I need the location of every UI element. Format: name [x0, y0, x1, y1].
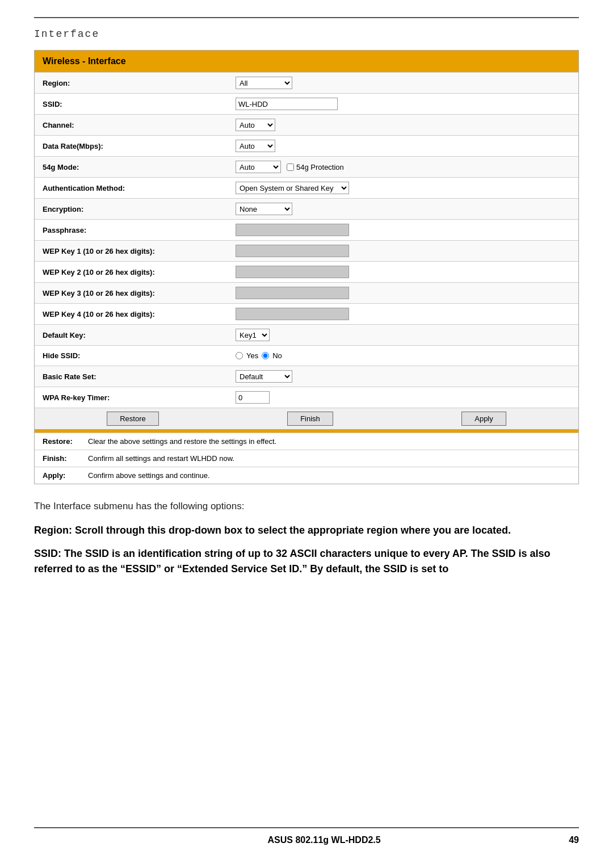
hidessid-row: Hide SSID: Yes No [35, 345, 578, 366]
finish-button[interactable]: Finish [287, 412, 333, 426]
54g-protection-checkbox[interactable] [287, 163, 294, 171]
restore-desc-label: Restore: [43, 437, 88, 446]
top-divider [34, 17, 579, 18]
channel-select[interactable]: Auto 123 611 [236, 119, 275, 131]
restore-desc-text: Clear the above settings and restore the… [88, 437, 570, 446]
finish-desc-label: Finish: [43, 454, 88, 463]
region-value: All USA Europe Japan [236, 77, 570, 89]
wireless-interface-panel: Wireless - Interface Region: All USA Eur… [34, 50, 579, 484]
ssid-label: SSID: [43, 100, 236, 108]
wepkey4-value [236, 308, 570, 320]
wireless-interface-header: Wireless - Interface [35, 51, 578, 72]
basicrateset-select[interactable]: Default All 1-2Mbps [236, 370, 292, 383]
hidessid-value: Yes No [236, 351, 570, 360]
defaultkey-value: Key1 Key2 Key3 Key4 [236, 329, 570, 341]
auth-select[interactable]: Open System or Shared Key Open System Sh… [236, 182, 349, 194]
hidessid-label: Hide SSID: [43, 351, 236, 360]
body-paragraph-1: The Interface submenu has the following … [34, 499, 579, 514]
ssid-input[interactable] [236, 98, 338, 110]
footer-page: 49 [569, 835, 579, 845]
defaultkey-row: Default Key: Key1 Key2 Key3 Key4 [35, 324, 578, 345]
body-paragraph-3: SSID: The SSID is an identification stri… [34, 546, 579, 577]
apply-desc-text: Confirm above settings and continue. [88, 471, 570, 480]
datarate-label: Data Rate(Mbps): [43, 142, 236, 150]
body-paragraph-2: Region: Scroll through this drop-down bo… [34, 523, 579, 538]
wepkey3-row: WEP Key 3 (10 or 26 hex digits): [35, 282, 578, 303]
apply-desc-row: Apply: Confirm above settings and contin… [35, 467, 578, 484]
region-body: Scroll through this drop-down box to sel… [72, 525, 511, 536]
wparekey-label: WPA Re-key Timer: [43, 393, 236, 402]
encryption-select[interactable]: None WEP TKIP AES [236, 203, 292, 215]
wepkey1-value [236, 245, 570, 257]
region-lead: Region: [34, 525, 72, 536]
footer-title: ASUS 802.11g WL-HDD2.5 [79, 835, 569, 845]
passphrase-value [236, 224, 570, 236]
defaultkey-label: Default Key: [43, 331, 236, 339]
wepkey1-input[interactable] [236, 245, 349, 257]
wparekey-row: WPA Re-key Timer: [35, 387, 578, 408]
encryption-row: Encryption: None WEP TKIP AES [35, 198, 578, 219]
ssid-row: SSID: [35, 93, 578, 114]
54gmode-label: 54g Mode: [43, 163, 236, 171]
auth-value: Open System or Shared Key Open System Sh… [236, 182, 570, 194]
finish-desc-text: Confirm all settings and restart WLHDD n… [88, 454, 570, 463]
datarate-value: Auto 125.5 1154 [236, 140, 570, 152]
region-row: Region: All USA Europe Japan [35, 72, 578, 93]
ssid-value [236, 98, 570, 110]
auth-label: Authentication Method: [43, 184, 236, 192]
basicrateset-value: Default All 1-2Mbps [236, 370, 570, 383]
wepkey2-row: WEP Key 2 (10 or 26 hex digits): [35, 261, 578, 282]
54gmode-select[interactable]: Auto Performance LRS B-compatible [236, 161, 281, 173]
hidessid-yes-text: Yes [246, 351, 258, 360]
channel-label: Channel: [43, 121, 236, 129]
wepkey4-label: WEP Key 4 (10 or 26 hex digits): [43, 310, 236, 318]
ssid-body: The SSID is an identification string of … [34, 548, 551, 575]
wepkey1-label: WEP Key 1 (10 or 26 hex digits): [43, 247, 236, 255]
wepkey2-value [236, 266, 570, 278]
wepkey3-value [236, 287, 570, 299]
hidessid-no-text: No [272, 351, 282, 360]
apply-desc-label: Apply: [43, 471, 88, 480]
buttons-row: Restore Finish Apply [35, 408, 578, 429]
54g-protection-text: 54g Protection [296, 163, 344, 171]
basicrateset-row: Basic Rate Set: Default All 1-2Mbps [35, 366, 578, 387]
channel-value: Auto 123 611 [236, 119, 570, 131]
passphrase-input[interactable] [236, 224, 349, 236]
region-select[interactable]: All USA Europe Japan [236, 77, 292, 89]
passphrase-label: Passphrase: [43, 226, 236, 234]
basicrateset-label: Basic Rate Set: [43, 372, 236, 381]
ssid-lead: SSID: [34, 548, 61, 559]
restore-desc-row: Restore: Clear the above settings and re… [35, 433, 578, 450]
passphrase-row: Passphrase: [35, 219, 578, 240]
wparekey-value [236, 391, 570, 404]
datarate-row: Data Rate(Mbps): Auto 125.5 1154 [35, 135, 578, 156]
apply-button[interactable]: Apply [461, 412, 506, 426]
encryption-value: None WEP TKIP AES [236, 203, 570, 215]
wepkey4-input[interactable] [236, 308, 349, 320]
footer: ASUS 802.11g WL-HDD2.5 49 [34, 827, 579, 845]
54gmode-row: 54g Mode: Auto Performance LRS B-compati… [35, 156, 578, 177]
description-section: Restore: Clear the above settings and re… [35, 433, 578, 484]
wepkey3-label: WEP Key 3 (10 or 26 hex digits): [43, 289, 236, 297]
defaultkey-select[interactable]: Key1 Key2 Key3 Key4 [236, 329, 270, 341]
auth-row: Authentication Method: Open System or Sh… [35, 177, 578, 198]
wepkey2-input[interactable] [236, 266, 349, 278]
finish-desc-row: Finish: Confirm all settings and restart… [35, 450, 578, 467]
wepkey2-label: WEP Key 2 (10 or 26 hex digits): [43, 268, 236, 276]
wepkey1-row: WEP Key 1 (10 or 26 hex digits): [35, 240, 578, 261]
wepkey4-row: WEP Key 4 (10 or 26 hex digits): [35, 303, 578, 324]
54gmode-value: Auto Performance LRS B-compatible 54g Pr… [236, 161, 570, 173]
hidessid-no-radio[interactable] [262, 352, 269, 359]
hidessid-yes-radio[interactable] [236, 352, 243, 359]
section-title: Interface [34, 28, 579, 40]
encryption-label: Encryption: [43, 205, 236, 213]
datarate-select[interactable]: Auto 125.5 1154 [236, 140, 275, 152]
region-label: Region: [43, 79, 236, 87]
channel-row: Channel: Auto 123 611 [35, 114, 578, 135]
wparekey-input[interactable] [236, 391, 270, 404]
54g-protection-label: 54g Protection [287, 163, 344, 171]
wepkey3-input[interactable] [236, 287, 349, 299]
body-content: The Interface submenu has the following … [34, 499, 579, 585]
restore-button[interactable]: Restore [107, 412, 159, 426]
